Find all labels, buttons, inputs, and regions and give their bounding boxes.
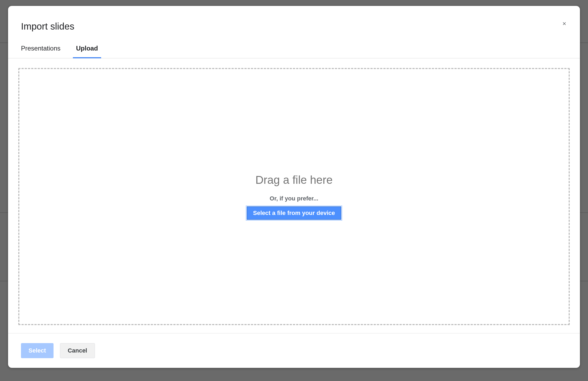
tabs-container: Presentations Upload — [8, 45, 580, 58]
drag-instruction-text: Drag a file here — [255, 174, 332, 186]
dialog-footer: Select Cancel — [8, 333, 580, 368]
tab-presentations[interactable]: Presentations — [21, 45, 61, 58]
tab-upload[interactable]: Upload — [76, 45, 98, 58]
dialog-header: Import slides × — [8, 6, 580, 45]
content-area: Drag a file here Or, if you prefer... Se… — [8, 58, 580, 333]
import-slides-dialog: Import slides × Presentations Upload Dra… — [8, 6, 580, 368]
dialog-title: Import slides — [21, 21, 567, 32]
file-dropzone[interactable]: Drag a file here Or, if you prefer... Se… — [18, 68, 570, 325]
select-button[interactable]: Select — [21, 343, 54, 358]
select-file-button[interactable]: Select a file from your device — [247, 206, 341, 220]
close-button[interactable]: × — [559, 18, 570, 29]
cancel-button[interactable]: Cancel — [60, 343, 95, 358]
alternative-text: Or, if you prefer... — [270, 195, 318, 202]
close-icon: × — [562, 20, 566, 27]
